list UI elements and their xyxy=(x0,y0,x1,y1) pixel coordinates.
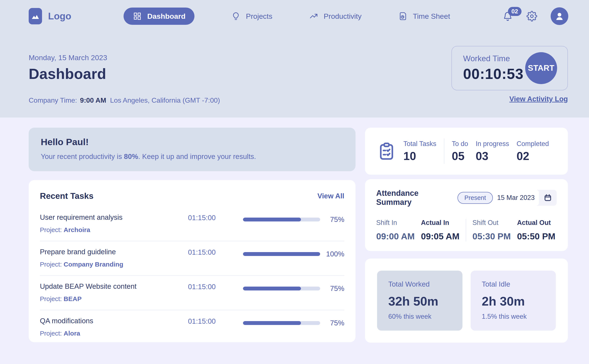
right-column: Total Tasks 10 To do 05 In progress 03 C… xyxy=(365,128,568,343)
worked-time-value: 00:10:53 xyxy=(463,65,524,82)
lightbulb-icon xyxy=(231,11,241,21)
task-project: Project: Company Branding xyxy=(40,261,188,268)
stat-value: 10 xyxy=(403,150,436,162)
nav-menu: Dashboard Projects Productivity xyxy=(71,7,502,25)
trending-up-icon xyxy=(309,11,318,21)
nav-item-projects[interactable]: Projects xyxy=(231,11,272,21)
settings-button[interactable] xyxy=(526,11,537,22)
total-idle-tile: Total Idle 2h 30m 1.5% this week xyxy=(471,271,556,331)
productivity-highlight: 80% xyxy=(124,152,138,160)
logo-text: Logo xyxy=(48,11,71,22)
task-stats-card: Total Tasks 10 To do 05 In progress 03 C… xyxy=(365,128,568,175)
top-header-band: Logo Dashboard Projects xyxy=(0,0,589,117)
greeting-card: Hello Paul! Your recent productivity is … xyxy=(29,128,356,171)
calendar-button[interactable] xyxy=(539,193,557,202)
task-name: Update BEAP Website content xyxy=(40,282,188,291)
status-badge: Present xyxy=(458,192,493,204)
task-row: Prepare brand guideline Project: Company… xyxy=(40,241,344,276)
nav-item-dashboard[interactable]: Dashboard xyxy=(123,7,195,25)
task-project: Project: Archoira xyxy=(40,226,188,234)
shift-in-field: Shift In 09:00 AM xyxy=(376,219,415,241)
actual-out-field: Actual Out 05:50 PM xyxy=(517,219,555,241)
task-row: QA modifications Project: Alora 01:15:00… xyxy=(40,310,344,344)
divider xyxy=(466,219,466,241)
greeting-message: Your recent productivity is 80%. Keep it… xyxy=(41,152,343,161)
task-time: 01:15:00 xyxy=(188,317,243,325)
clipboard-checklist-icon xyxy=(377,141,396,161)
stat-label: Completed xyxy=(517,140,549,148)
task-progress-bar xyxy=(243,286,320,291)
start-timer-button[interactable]: START xyxy=(525,52,557,84)
dashboard-page: Logo Dashboard Projects xyxy=(0,0,589,364)
task-progress-label: 75% xyxy=(324,284,344,293)
recent-tasks-title: Recent Tasks xyxy=(40,191,94,201)
task-time: 01:15:00 xyxy=(188,213,243,222)
task-row: User requirement analysis Project: Archo… xyxy=(40,207,344,241)
notification-badge: 02 xyxy=(508,7,522,16)
timesheet-icon xyxy=(398,11,408,21)
greeting-title: Hello Paul! xyxy=(41,137,343,147)
stat-label: To do xyxy=(452,140,468,148)
divider xyxy=(444,138,444,164)
calendar-icon xyxy=(543,193,552,202)
shift-out-field: Shift Out 05:30 PM xyxy=(472,219,511,241)
left-column: Hello Paul! Your recent productivity is … xyxy=(29,128,356,343)
user-icon xyxy=(554,11,565,21)
worked-time-card: Worked Time 00:10:53 START xyxy=(452,46,568,90)
main-content: Hello Paul! Your recent productivity is … xyxy=(0,117,589,343)
task-row: Update BEAP Website content Project: BEA… xyxy=(40,276,344,310)
date-picker[interactable]: 15 Mar 2023 xyxy=(493,190,557,206)
view-all-link[interactable]: View All xyxy=(317,192,344,200)
task-time: 01:15:00 xyxy=(188,282,243,291)
nav-item-label: Projects xyxy=(246,12,272,20)
task-time: 01:15:00 xyxy=(188,248,243,256)
notifications-button[interactable]: 02 xyxy=(502,11,513,22)
dashboard-icon xyxy=(133,11,142,21)
nav-item-label: Dashboard xyxy=(147,12,186,20)
task-name: User requirement analysis xyxy=(40,213,188,221)
stat-value: 02 xyxy=(517,150,549,162)
company-time-label: Company Time: xyxy=(29,96,77,104)
view-activity-log-link[interactable]: View Activity Log xyxy=(509,95,568,103)
stat-label: Total Tasks xyxy=(403,140,436,148)
stat-label: In progress xyxy=(476,140,509,148)
attendance-title: Attendance Summary xyxy=(376,189,452,207)
company-location: Los Angeles, California (GMT -7:00) xyxy=(110,96,220,104)
task-progress-label: 100% xyxy=(324,250,344,258)
company-time: Company Time: 9:00 AM Los Angeles, Calif… xyxy=(29,96,560,104)
task-name: QA modifications xyxy=(40,317,188,325)
date-picker-value[interactable]: 15 Mar 2023 xyxy=(493,190,539,206)
time-totals-card: Total Worked 32h 50m 60% this week Total… xyxy=(365,259,568,343)
task-progress-bar xyxy=(243,252,320,256)
stat-value: 03 xyxy=(476,150,509,162)
task-name: Prepare brand guideline xyxy=(40,248,188,256)
navbar: Logo Dashboard Projects xyxy=(0,0,589,30)
nav-item-productivity[interactable]: Productivity xyxy=(309,11,362,21)
user-avatar[interactable] xyxy=(551,7,568,25)
gear-icon xyxy=(526,11,537,22)
nav-item-label: Time Sheet xyxy=(413,12,450,20)
task-progress-label: 75% xyxy=(324,215,344,224)
task-progress-label: 75% xyxy=(324,319,344,327)
total-worked-tile: Total Worked 32h 50m 60% this week xyxy=(377,271,462,331)
brand[interactable]: Logo xyxy=(29,8,71,24)
nav-actions: 02 xyxy=(502,7,568,25)
nav-item-label: Productivity xyxy=(324,12,362,20)
task-project: Project: BEAP xyxy=(40,295,188,303)
attendance-card: Attendance Summary Present 15 Mar 2023 xyxy=(365,179,568,251)
logo-icon xyxy=(29,8,42,24)
actual-in-field: Actual In 09:05 AM xyxy=(421,219,460,241)
worked-time-label: Worked Time xyxy=(463,54,524,63)
company-time-value: 9:00 AM xyxy=(80,96,106,104)
task-progress-bar xyxy=(243,218,320,221)
nav-item-time-sheet[interactable]: Time Sheet xyxy=(398,11,450,21)
recent-tasks-card: Recent Tasks View All User requirement a… xyxy=(29,180,356,342)
task-project: Project: Alora xyxy=(40,330,188,337)
stat-value: 05 xyxy=(452,150,468,162)
task-progress-bar xyxy=(243,321,320,325)
